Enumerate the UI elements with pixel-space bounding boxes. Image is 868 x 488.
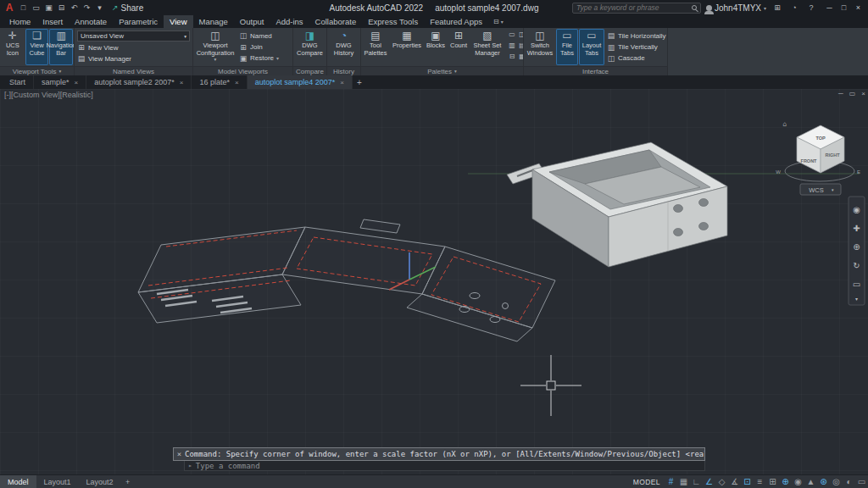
annotation-scale-icon[interactable]: ▲ — [804, 475, 817, 488]
command-close-icon[interactable]: × — [174, 450, 185, 458]
switch-windows-button[interactable]: ◫ Switch Windows — [525, 29, 555, 65]
window-maximize-button[interactable]: □ — [837, 3, 851, 12]
viewport-configuration-button[interactable]: ◫ Viewport Configuration ▾ — [194, 29, 236, 65]
dwg-history-button[interactable]: ◔ DWG History — [328, 29, 359, 65]
drawing-close-button[interactable]: × — [861, 90, 865, 97]
model-tab[interactable]: Model — [0, 475, 36, 488]
ribbon-collapse-button[interactable]: ⊟ ▾ — [488, 15, 509, 28]
ribbon-tab-featured-apps[interactable]: Featured Apps — [424, 15, 488, 28]
file-tab-16-plate[interactable]: 16 plate* × — [192, 75, 247, 89]
close-icon[interactable]: × — [180, 79, 184, 86]
drawing-canvas[interactable]: W S E TOP FRONT RIGHT ⌂ WCS ▾ ◉ — [0, 89, 868, 474]
model-space-indicator[interactable]: MODEL — [629, 475, 665, 488]
blocks-button[interactable]: ▣ Blocks — [425, 29, 447, 65]
visual-styles-icon[interactable]: ▦ — [519, 53, 523, 64]
ortho-icon[interactable]: ∟ — [690, 475, 703, 488]
ribbon-tab-home[interactable]: Home — [3, 15, 36, 28]
ribbon-tab-view[interactable]: View — [164, 15, 192, 28]
viewport-controls-label[interactable]: [-][Custom View][Realistic] — [4, 91, 93, 99]
signin-button[interactable]: John4TMYX ▾ — [706, 3, 766, 13]
snap-icon[interactable]: ▦ — [677, 475, 690, 488]
drawing-minimize-button[interactable]: ─ — [838, 90, 843, 97]
redo-icon[interactable]: ↷ — [81, 3, 92, 12]
drawing-restore-button[interactable]: ▭ — [849, 90, 856, 97]
external-references-icon[interactable]: ▤ — [519, 42, 523, 53]
tile-horizontally-button[interactable]: ▤ Tile Horizontally — [607, 30, 666, 41]
search-input[interactable] — [576, 3, 688, 12]
app-store-icon[interactable]: ⊞ — [771, 3, 783, 12]
polar-tracking-icon[interactable]: ∠ — [703, 475, 715, 488]
graphics-performance-icon[interactable]: ◐ — [843, 475, 855, 488]
count-button[interactable]: ⊞ Count — [448, 29, 470, 65]
navigation-wheel-icon[interactable]: ◉ — [853, 205, 860, 214]
file-tab-sample[interactable]: sample* × — [34, 75, 86, 89]
qat-dropdown-icon[interactable]: ▾ — [94, 3, 105, 12]
ribbon-tab-manage[interactable]: Manage — [193, 15, 234, 28]
new-layout-button[interactable]: + — [121, 475, 135, 488]
compass-east-label[interactable]: E — [857, 169, 860, 175]
lineweight-icon[interactable]: ≡ — [754, 475, 766, 488]
view-manager-button[interactable]: ▤ View Manager — [77, 53, 190, 64]
view-cube-button[interactable]: ❏ View Cube — [25, 29, 49, 65]
navbar-more-icon[interactable]: ▾ — [855, 296, 858, 302]
materials-browser-icon[interactable]: ⊟ — [509, 53, 515, 64]
close-icon[interactable]: × — [340, 79, 344, 86]
tile-vertically-button[interactable]: ▥ Tile Vertically — [607, 42, 666, 53]
compass-west-label[interactable]: W — [776, 169, 781, 175]
share-button[interactable]: ↗ Share — [107, 3, 148, 13]
undo-icon[interactable]: ↶ — [69, 3, 80, 12]
panel-label-palettes[interactable]: Palettes ▾ — [361, 66, 523, 75]
file-tab-start[interactable]: Start — [2, 75, 34, 89]
new-drawing-tab-button[interactable]: + — [353, 75, 366, 89]
ribbon-tab-output[interactable]: Output — [234, 15, 270, 28]
ribbon-tab-addins[interactable]: Add-ins — [270, 15, 309, 28]
help-icon[interactable]: ? — [805, 3, 817, 12]
ribbon-tab-collaborate[interactable]: Collaborate — [309, 15, 363, 28]
dwg-compare-button[interactable]: ◨ DWG Compare — [294, 29, 326, 65]
sheet-set-manager-button[interactable]: ▧ Sheet Set Manager — [470, 29, 504, 65]
open-file-icon[interactable]: ▭ — [31, 3, 42, 12]
panel-label-viewport-tools[interactable]: Viewport Tools ▾ — [0, 66, 74, 75]
gizmo-icon[interactable]: ⊕ — [779, 475, 792, 488]
ribbon-tab-insert[interactable]: Insert — [36, 15, 69, 28]
object-snap-icon[interactable]: ⊡ — [741, 475, 754, 488]
tool-palettes-button[interactable]: ▤ Tool Palettes — [362, 29, 389, 65]
navigation-bar-button[interactable]: ▥ Navigation Bar — [49, 29, 73, 65]
show-motion-icon[interactable]: ▭ — [853, 280, 860, 289]
quickcalc-icon[interactable]: ▥ — [509, 42, 515, 53]
viewcube[interactable]: W S E TOP FRONT RIGHT ⌂ WCS ▾ — [776, 120, 860, 195]
grid-icon[interactable]: # — [665, 475, 677, 488]
join-viewports-button[interactable]: ⊞ Join — [239, 42, 279, 53]
isodraft-icon[interactable]: ◇ — [715, 475, 728, 488]
search-icon[interactable] — [692, 5, 697, 10]
object-snap-tracking-icon[interactable]: ∡ — [728, 475, 741, 488]
plot-icon[interactable]: ⊟ — [56, 3, 67, 12]
ribbon-tab-annotate[interactable]: Annotate — [69, 15, 113, 28]
notifications-icon[interactable]: ◔ — [788, 3, 800, 12]
view-list-dropdown[interactable]: Unsaved View ▾ — [77, 30, 190, 42]
viewport[interactable]: W S E TOP FRONT RIGHT ⌂ WCS ▾ ◉ — [0, 89, 868, 474]
window-minimize-button[interactable]: ─ — [822, 3, 837, 12]
panel-label-named-views[interactable]: Named Views — [75, 66, 192, 75]
zoom-icon[interactable]: ⊕ — [853, 242, 860, 252]
clean-screen-icon[interactable]: ▭ — [855, 475, 868, 488]
panel-label-interface[interactable]: Interface — [524, 66, 667, 75]
annotation-visibility-icon[interactable]: ◉ — [792, 475, 804, 488]
3d-box-model[interactable] — [507, 142, 727, 267]
orbit-icon[interactable]: ↻ — [853, 261, 860, 270]
wcs-button[interactable]: WCS ▾ — [800, 184, 841, 195]
file-tab-autoplot-sample2[interactable]: autoplot sample2 2007* × — [86, 75, 192, 89]
application-menu-button[interactable]: A — [3, 1, 16, 14]
panel-label-compare[interactable]: Compare — [293, 66, 326, 75]
layout1-tab[interactable]: Layout1 — [36, 475, 79, 488]
markup-import-icon[interactable]: ◫ — [519, 30, 523, 42]
command-input[interactable]: ▸ Type a command — [184, 461, 705, 471]
ucs-icon-button[interactable]: ✛ UCS Icon — [1, 29, 25, 65]
panel-label-history[interactable]: History — [327, 66, 360, 75]
design-center-icon[interactable]: ▭ — [509, 30, 515, 42]
new-file-icon[interactable]: □ — [18, 3, 29, 12]
properties-button[interactable]: ▦ Properties — [390, 29, 424, 65]
layout2-tab[interactable]: Layout2 — [79, 475, 121, 488]
viewcube-home-icon[interactable]: ⌂ — [782, 120, 787, 128]
annotation-monitor-icon[interactable]: ◎ — [830, 475, 843, 488]
